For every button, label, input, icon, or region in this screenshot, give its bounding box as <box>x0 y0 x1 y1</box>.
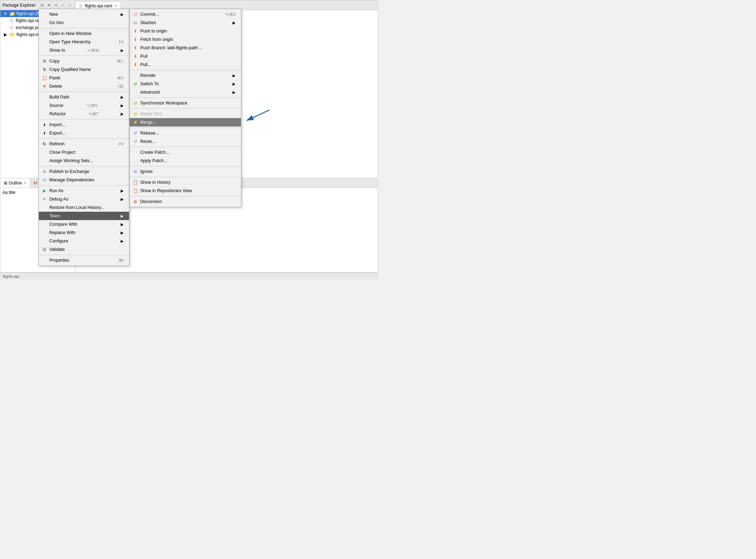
import-icon: ⬇ <box>42 122 47 128</box>
outline-close-icon[interactable]: ✕ <box>23 181 26 185</box>
outline-item: Aa title <box>2 190 15 195</box>
submenu-item-push-origin[interactable]: ⬆ Push to origin <box>130 27 241 35</box>
menu-item-replace-with[interactable]: Replace With ▶ <box>39 228 129 237</box>
tab-close-icon[interactable]: ✕ <box>114 4 117 8</box>
submenu-item-rebase-label: Rebase... <box>140 131 159 136</box>
submenu-item-remote[interactable]: Remote ▶ <box>130 71 241 80</box>
menu-item-compare-with[interactable]: Compare With ▶ <box>39 220 129 228</box>
menu-item-build-path[interactable]: Build Path ▶ <box>39 93 129 101</box>
menu-item-delete[interactable]: ✕ Delete ⌫ <box>39 82 129 90</box>
submenu-item-advanced[interactable]: Advanced ▶ <box>130 88 241 96</box>
properties-icon <box>42 257 47 263</box>
open-type-shortcut: F4 <box>119 40 123 44</box>
menu-item-properties[interactable]: Properties ⌘I <box>39 256 129 264</box>
impl-folder-icon: 📁 <box>9 32 15 37</box>
menu-item-refresh[interactable]: ↻ Refresh F5 <box>39 140 129 148</box>
replace-with-icon <box>42 230 47 235</box>
dropdown-icon[interactable]: ▾ <box>53 2 59 8</box>
menu-item-assign-sets[interactable]: Assign Working Sets... <box>39 157 129 165</box>
menu-item-publish[interactable]: ⊗ Publish to Exchange <box>39 167 129 176</box>
submenu-item-disconnect[interactable]: ⊗ Disconnect <box>130 197 241 206</box>
sub-sep-1 <box>130 70 241 70</box>
menu-item-close-project[interactable]: Close Project <box>39 148 129 157</box>
debug-as-icon: ✦ <box>42 196 47 202</box>
submenu-item-merge-label: Merge... <box>140 120 156 125</box>
submenu-item-fetch-origin-label: Fetch from origin <box>140 37 173 42</box>
debug-as-arrow: ▶ <box>121 197 123 202</box>
submenu-item-switch-to[interactable]: ⇄ Switch To ▶ <box>130 80 241 88</box>
pull-ellipsis-icon: ⬇ <box>133 62 138 67</box>
menu-item-refresh-label: Refresh <box>49 141 65 146</box>
menu-item-go-into[interactable]: Go Into <box>39 19 129 27</box>
menu-item-run-as[interactable]: ▶ Run As ▶ <box>39 187 129 195</box>
show-repos-icon: 📋 <box>133 188 138 194</box>
menu-item-copy[interactable]: ⎘ Copy ⌘C <box>39 57 129 65</box>
menu-item-team[interactable]: Team ▶ <box>39 212 129 220</box>
rebase-icon: ↺ <box>133 130 138 136</box>
menu-item-restore-history-label: Restore from Local History... <box>49 205 104 210</box>
menu-item-manage-deps[interactable]: ⊙ Manage Dependencies <box>39 176 129 184</box>
submenu-item-show-repos[interactable]: 📋 Show in Repositories View <box>130 187 241 195</box>
tab-outline[interactable]: ⊞ Outline ✕ <box>0 178 30 188</box>
context-menu: New ▶ Go Into Open in New Window Open Ty… <box>38 9 129 266</box>
submenu-item-merge-tool: ⚡ Merge Tool <box>130 110 241 118</box>
paste-shortcut: ⌘V <box>117 76 123 80</box>
submenu-item-create-patch[interactable]: Create Patch... <box>130 148 241 157</box>
menu-item-export[interactable]: ⬆ Export... <box>39 129 129 137</box>
menu-item-paste[interactable]: 📋 Paste ⌘V <box>39 74 129 82</box>
menu-item-new[interactable]: New ▶ <box>39 10 129 19</box>
menu-item-show-in[interactable]: Show In ⌥⌘W ▶ <box>39 46 129 55</box>
menu-item-validate-label: Validate <box>49 247 65 252</box>
menu-item-validate[interactable]: ☑ Validate <box>39 245 129 254</box>
commit-shortcut: ⌥⌘3 <box>225 12 235 17</box>
show-in-arrow: ▶ <box>121 48 123 53</box>
minimize-icon[interactable]: ─ <box>60 2 66 8</box>
ignore-icon: ⊘ <box>133 169 138 174</box>
collapse-icon[interactable]: ⊟ <box>39 2 45 8</box>
maximize-icon[interactable]: □ <box>67 2 73 8</box>
menu-item-configure[interactable]: Configure ▶ <box>39 237 129 245</box>
menu-item-refactor[interactable]: Refactor ⌥⌘T ▶ <box>39 110 129 118</box>
submenu-item-apply-patch[interactable]: Apply Patch... <box>130 157 241 165</box>
refactor-shortcut: ⌥⌘T <box>88 112 99 116</box>
sep-7 <box>39 185 129 186</box>
submenu-item-merge[interactable]: ⚡ Merge... <box>130 118 241 126</box>
submenu-item-stashes[interactable]: 🗂 Stashes ▶ <box>130 19 241 27</box>
submenu-item-reset[interactable]: ↺ Reset... <box>130 137 241 146</box>
menu-item-open-window[interactable]: Open in New Window <box>39 29 129 38</box>
push-origin-icon: ⬆ <box>133 28 138 34</box>
menu-item-restore-history[interactable]: Restore from Local History... <box>39 203 129 212</box>
submenu-item-synchronize-label: Synchronize Workspace <box>140 101 187 106</box>
submenu-item-commit[interactable]: ⬡ Commit... ⌥⌘3 <box>130 10 241 19</box>
menu-item-close-project-label: Close Project <box>49 150 75 155</box>
menu-item-open-type[interactable]: Open Type Hierarchy F4 <box>39 38 129 46</box>
sync-icon[interactable]: ⇄ <box>46 2 52 8</box>
menu-item-import[interactable]: ⬇ Import... <box>39 121 129 129</box>
submenu-item-fetch-origin[interactable]: ⬇ Fetch from origin <box>130 35 241 44</box>
stash-icon: 🗂 <box>133 20 138 26</box>
submenu-item-show-repos-label: Show in Repositories View <box>140 188 192 193</box>
sep-6 <box>39 166 129 166</box>
menu-item-copy-qualified[interactable]: ⎘ Copy Qualified Name <box>39 65 129 74</box>
submenu-item-switch-to-label: Switch To <box>140 81 159 86</box>
properties-shortcut: ⌘I <box>119 258 123 263</box>
sep-4 <box>39 119 129 119</box>
menu-item-source[interactable]: Source ⌥⌘S ▶ <box>39 101 129 110</box>
submenu-item-ignore[interactable]: ⊘ Ignore <box>130 167 241 176</box>
submenu-item-rebase[interactable]: ↺ Rebase... <box>130 129 241 137</box>
team-submenu: ⬡ Commit... ⌥⌘3 🗂 Stashes ▶ ⬆ Push to or… <box>129 9 241 207</box>
show-in-shortcut: ⌥⌘W <box>87 48 99 53</box>
submenu-item-pull[interactable]: ⬇ Pull <box>130 52 241 60</box>
submenu-item-show-history[interactable]: 📋 Show in History <box>130 178 241 187</box>
submenu-item-synchronize[interactable]: ⇄ Synchronize Workspace <box>130 99 241 107</box>
sep-8 <box>39 255 129 255</box>
arrow-indicator <box>245 107 273 124</box>
reset-icon: ↺ <box>133 139 138 144</box>
submenu-item-pull-ellipsis[interactable]: ⬇ Pull... <box>130 60 241 69</box>
submenu-item-advanced-label: Advanced <box>140 90 160 95</box>
project-icon: 📁 <box>9 11 15 16</box>
status-bar: flights-api <box>0 273 378 280</box>
source-arrow: ▶ <box>121 103 123 108</box>
submenu-item-push-branch[interactable]: ⬆ Push Branch 'add-flights-path'... <box>130 44 241 52</box>
menu-item-debug-as[interactable]: ✦ Debug As ▶ <box>39 195 129 203</box>
